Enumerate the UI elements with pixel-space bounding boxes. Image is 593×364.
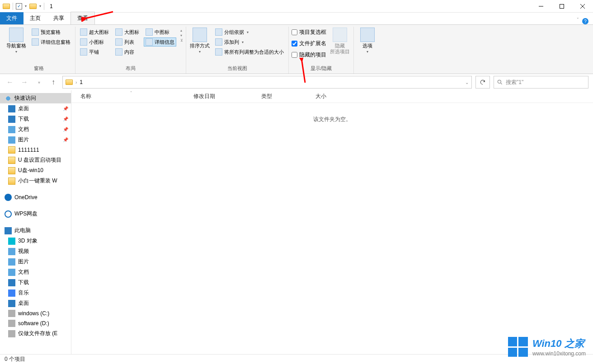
- window-title: 1: [50, 3, 53, 9]
- tree-downloads-label: 下载: [18, 115, 29, 123]
- tree-folder-2[interactable]: U 盘设置启动项目: [0, 155, 71, 165]
- navigation-tree[interactable]: 快速访问 桌面📌 下载📌 文档📌 图片📌 1111111 U 盘设置启动项目 U…: [0, 90, 71, 354]
- layout-sm-button[interactable]: 小图标: [78, 37, 111, 47]
- back-button[interactable]: ←: [5, 77, 15, 88]
- tree-wps[interactable]: WPS网盘: [0, 209, 71, 219]
- nav-pane-label: 导航窗格: [6, 43, 26, 49]
- checkbox-file-extensions[interactable]: 文件扩展名: [292, 39, 326, 48]
- address-bar[interactable]: › 1 ⌄: [62, 76, 472, 89]
- empty-folder-text: 该文件夹为空。: [71, 116, 593, 123]
- tree-quick-access[interactable]: 快速访问: [0, 93, 71, 103]
- qat-properties-icon[interactable]: ✓: [16, 3, 22, 9]
- tree-drive-c[interactable]: windows (C:): [0, 308, 71, 318]
- tree-thispc[interactable]: 此电脑: [0, 225, 71, 236]
- app-folder-icon: [3, 4, 10, 9]
- tree-pictures[interactable]: 图片📌: [0, 135, 71, 145]
- status-item-count: 0 个项目: [5, 355, 25, 363]
- sort-label: 排序方式: [190, 43, 210, 49]
- layout-scroll-down-icon[interactable]: ▾: [180, 33, 183, 37]
- checkbox-file-extensions-label: 文件扩展名: [299, 40, 326, 47]
- history-dropdown-icon[interactable]: ▾: [33, 77, 44, 88]
- maximize-button[interactable]: [551, 0, 572, 13]
- address-dropdown-icon[interactable]: ⌄: [465, 80, 469, 85]
- fitcolumns-button[interactable]: 将所有列调整为合适的大小: [213, 47, 286, 56]
- pin-icon: 📌: [63, 117, 68, 121]
- addcolumn-label: 添加列: [224, 39, 239, 46]
- tree-folder-4-label: 小白一键重装 W: [18, 177, 57, 185]
- addcolumn-button[interactable]: 添加列▾: [213, 37, 286, 47]
- breadcrumb-current[interactable]: 1: [80, 79, 83, 85]
- qat-new-folder-icon[interactable]: [29, 4, 37, 9]
- column-name-label: 名称: [80, 93, 91, 99]
- checkbox-hidden-items[interactable]: 隐藏的项目: [292, 50, 326, 60]
- ribbon-group-currentview: 排序方式▾ 分组依据▾ 添加列▾ 将所有列调整为合适的大小 当前视图: [186, 27, 289, 74]
- layout-detail-button[interactable]: 详细信息: [144, 37, 176, 47]
- breadcrumb-sep-icon: ›: [75, 80, 77, 85]
- tab-file[interactable]: 文件: [0, 12, 24, 24]
- layout-xl-label: 超大图标: [89, 29, 109, 36]
- tree-desktop[interactable]: 桌面📌: [0, 103, 71, 114]
- ribbon-collapse-icon[interactable]: ˇ: [574, 16, 582, 24]
- tree-onedrive[interactable]: OneDrive: [0, 192, 71, 202]
- preview-pane-button[interactable]: 预览窗格: [30, 28, 72, 37]
- layout-lg-button[interactable]: 大图标: [113, 28, 141, 37]
- tree-folder-1[interactable]: 1111111: [0, 145, 71, 155]
- search-box[interactable]: 搜索"1": [494, 76, 588, 89]
- column-name[interactable]: 名称˄: [80, 93, 193, 100]
- forward-button[interactable]: →: [19, 77, 30, 88]
- sort-button[interactable]: 排序方式▾: [189, 28, 211, 54]
- tree-videos[interactable]: 视频: [0, 246, 71, 257]
- address-folder-icon: [66, 79, 73, 85]
- tab-home[interactable]: 主页: [24, 12, 47, 24]
- tree-desktop2[interactable]: 桌面: [0, 298, 71, 308]
- ribbon: 导航窗格▾ 预览窗格 详细信息窗格 窗格 超大图标 小图标 平铺 大图标 列表 …: [0, 24, 593, 74]
- fitcolumns-label: 将所有列调整为合适的大小: [224, 49, 284, 56]
- svg-line-5: [501, 83, 502, 84]
- content-area: 名称˄ 修改日期 类型 大小 该文件夹为空。: [71, 90, 593, 354]
- pin-icon: 📌: [63, 127, 68, 132]
- up-button[interactable]: ↑: [48, 77, 59, 88]
- options-button[interactable]: 选项▾: [357, 28, 378, 54]
- layout-content-button[interactable]: 内容: [113, 47, 141, 56]
- tree-folder-4[interactable]: 小白一键重装 W: [0, 176, 71, 186]
- tree-3d[interactable]: 3D 对象: [0, 236, 71, 246]
- main-area: 快速访问 桌面📌 下载📌 文档📌 图片📌 1111111 U 盘设置启动项目 U…: [0, 90, 593, 354]
- layout-scroll-up-icon[interactable]: ▴: [180, 28, 183, 33]
- ribbon-group-showhide: 项目复选框 文件扩展名 隐藏的项目 隐藏 所选项目 显示/隐藏: [289, 27, 354, 74]
- tab-view[interactable]: 查看: [71, 12, 95, 24]
- svg-point-4: [498, 80, 501, 83]
- layout-md-button[interactable]: 中图标: [144, 28, 176, 37]
- help-icon[interactable]: ?: [582, 18, 588, 24]
- tab-share[interactable]: 共享: [47, 12, 71, 24]
- tree-folder-3[interactable]: U盘-win10: [0, 165, 71, 176]
- groupby-button[interactable]: 分组依据▾: [213, 28, 286, 37]
- layout-xl-button[interactable]: 超大图标: [78, 28, 111, 37]
- tree-drive-e[interactable]: 仅做文件存放 (E: [0, 328, 71, 339]
- navigation-bar: ← → ▾ ↑ › 1 ⌄ 搜索"1": [0, 74, 593, 90]
- qat-dropdown-icon[interactable]: ▾: [25, 4, 27, 8]
- tree-drive-d[interactable]: software (D:): [0, 318, 71, 328]
- qat-customize-icon[interactable]: ▾: [39, 4, 41, 8]
- tree-downloads2[interactable]: 下载: [0, 277, 71, 288]
- tree-desktop-label: 桌面: [18, 105, 29, 112]
- column-type[interactable]: 类型: [261, 93, 315, 100]
- checkbox-item-checkboxes[interactable]: 项目复选框: [292, 28, 326, 37]
- close-button[interactable]: [572, 0, 593, 13]
- layout-lg-label: 大图标: [124, 29, 139, 36]
- tree-documents[interactable]: 文档📌: [0, 124, 71, 135]
- layout-md-label: 中图标: [155, 29, 169, 36]
- layout-list-button[interactable]: 列表: [113, 37, 141, 47]
- tree-documents2[interactable]: 文档: [0, 267, 71, 277]
- refresh-button[interactable]: [475, 76, 490, 89]
- minimize-button[interactable]: [531, 0, 551, 13]
- tree-pictures2[interactable]: 图片: [0, 257, 71, 267]
- tree-documents-label: 文档: [18, 126, 29, 133]
- layout-expand-icon[interactable]: ⊻: [180, 38, 183, 42]
- column-size[interactable]: 大小: [315, 93, 361, 100]
- nav-pane-button[interactable]: 导航窗格▾: [5, 28, 27, 54]
- layout-tile-button[interactable]: 平铺: [78, 47, 111, 56]
- tree-music[interactable]: 音乐: [0, 288, 71, 298]
- tree-downloads[interactable]: 下载📌: [0, 114, 71, 124]
- column-date[interactable]: 修改日期: [193, 93, 261, 100]
- details-pane-button[interactable]: 详细信息窗格: [30, 37, 72, 47]
